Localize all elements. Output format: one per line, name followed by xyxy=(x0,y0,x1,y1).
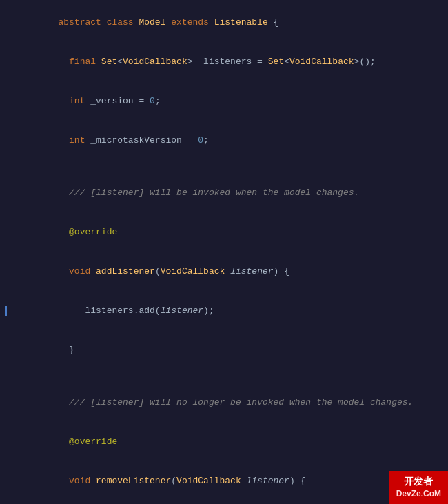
line-9: _listeners.add(listener); xyxy=(0,291,448,330)
indent-9 xyxy=(58,305,79,316)
indent-7 xyxy=(58,227,69,237)
semi-3: ; xyxy=(155,96,161,106)
indent-6 xyxy=(58,188,69,198)
param-listener2: listener xyxy=(161,305,203,316)
comment-6: /// [ xyxy=(69,188,96,198)
var-listeners: _listeners = xyxy=(193,57,268,67)
line-5 xyxy=(0,160,448,173)
paren-close-9: ); xyxy=(203,305,214,316)
generic-voidcallback: < xyxy=(117,57,123,67)
line-2: final Set<VoidCallback> _listeners = Set… xyxy=(0,42,448,81)
line-7: @override xyxy=(0,212,448,252)
keyword-int2: int xyxy=(69,135,90,145)
type-vc2: VoidCallback xyxy=(289,57,354,67)
paren-8: ( xyxy=(155,266,161,276)
type-vc4: VoidCallback xyxy=(176,476,241,486)
comment-6b: ] will be invoked when the model changes… xyxy=(139,188,359,198)
method-addlistener: addListener xyxy=(96,266,155,276)
keyword-extends: extends xyxy=(171,17,214,28)
paren-14: ( xyxy=(171,476,176,486)
line-14: void removeListener(VoidCallback listene… xyxy=(0,461,448,501)
line-content-2: final Set<VoidCallback> _listeners = Set… xyxy=(12,42,448,81)
brace-open: { xyxy=(274,17,279,28)
line-content-1: abstract class Model extends Listenable … xyxy=(12,3,448,42)
comment-12: /// [ xyxy=(69,397,96,407)
watermark-line1: 开发者 xyxy=(396,475,441,489)
gutter-9 xyxy=(0,306,12,316)
line-content-6: /// [listener] will be invoked when the … xyxy=(12,173,448,212)
line-content-9: _listeners.add(listener); xyxy=(12,291,448,330)
generic-close: > xyxy=(187,57,193,67)
line-4: int _microtaskVersion = 0; xyxy=(0,121,448,160)
line-content-3: int _version = 0; xyxy=(12,81,448,121)
keyword-void2: void xyxy=(69,476,96,486)
line-11 xyxy=(0,370,448,383)
param-listener4: listener xyxy=(247,476,289,486)
keyword-abstract: abstract xyxy=(58,17,106,28)
line-3: int _version = 0; xyxy=(0,81,448,121)
comment-12b: ] will no longer be invoked when the mod… xyxy=(139,397,413,407)
keyword-final: final xyxy=(69,57,101,67)
semi-4: ; xyxy=(203,135,209,145)
comment-listener3: listener xyxy=(96,397,139,407)
line-content-11 xyxy=(12,370,448,383)
space-14 xyxy=(241,476,247,486)
indent-12 xyxy=(58,397,69,407)
line-15: _listeners.remove(listener); xyxy=(0,501,448,504)
watermark-line2: DevZe.CoM xyxy=(396,488,441,500)
keyword-int: int xyxy=(69,96,90,106)
indent-8 xyxy=(58,266,69,276)
line-1: abstract class Model extends Listenable … xyxy=(0,3,448,42)
line-content-10: } xyxy=(12,330,448,370)
keyword-class: class xyxy=(107,17,139,28)
type-set2: Set xyxy=(268,57,284,67)
code-editor: abstract class Model extends Listenable … xyxy=(0,0,448,504)
indent-13 xyxy=(58,436,69,447)
generic2: < xyxy=(284,57,289,67)
parens: (); xyxy=(359,57,375,67)
type-set: Set xyxy=(101,57,117,67)
line-content-14: void removeListener(VoidCallback listene… xyxy=(12,461,448,501)
var-microtask: _microtaskVersion = xyxy=(90,135,198,145)
watermark: 开发者 DevZe.CoM xyxy=(389,471,448,504)
line-content-5 xyxy=(12,160,448,173)
annotation-override2: @override xyxy=(69,436,117,447)
indent-3 xyxy=(58,96,69,106)
class-listenable: Listenable xyxy=(214,17,274,28)
indent-14 xyxy=(58,476,69,486)
line-13: @override xyxy=(0,422,448,461)
line-content-4: int _microtaskVersion = 0; xyxy=(12,121,448,160)
call-add: _listeners.add( xyxy=(80,305,161,316)
line-10: } xyxy=(0,330,448,370)
indent-bar-9 xyxy=(5,306,7,316)
line-8: void addListener(VoidCallback listener) … xyxy=(0,252,448,291)
type-vc3: VoidCallback xyxy=(161,266,225,276)
indent-10 xyxy=(58,345,69,355)
brace-close-10: } xyxy=(69,345,74,355)
method-removelistener: removeListener xyxy=(96,476,171,486)
var-version: _version = xyxy=(90,96,150,106)
param-listener: listener xyxy=(230,266,273,276)
code-content: abstract class Model extends Listenable … xyxy=(0,0,448,504)
comment-listener: listener xyxy=(96,188,139,198)
space-8 xyxy=(225,266,230,276)
line-content-12: /// [listener] will no longer be invoked… xyxy=(12,383,448,422)
paren-close-14: ) { xyxy=(289,476,305,486)
annotation-override: @override xyxy=(69,227,117,237)
indent-4 xyxy=(58,135,69,145)
class-model: Model xyxy=(139,17,171,28)
line-content-13: @override xyxy=(12,422,448,461)
num-0b: 0 xyxy=(198,135,203,145)
line-content-8: void addListener(VoidCallback listener) … xyxy=(12,252,448,291)
type-voidcallback: VoidCallback xyxy=(123,57,187,67)
paren-close-8: ) { xyxy=(274,266,289,276)
num-0: 0 xyxy=(150,96,155,106)
line-6: /// [listener] will be invoked when the … xyxy=(0,173,448,212)
indent-2 xyxy=(58,57,69,67)
line-content-7: @override xyxy=(12,212,448,252)
keyword-void: void xyxy=(69,266,96,276)
line-12: /// [listener] will no longer be invoked… xyxy=(0,383,448,422)
line-content-15: _listeners.remove(listener); xyxy=(12,501,448,504)
